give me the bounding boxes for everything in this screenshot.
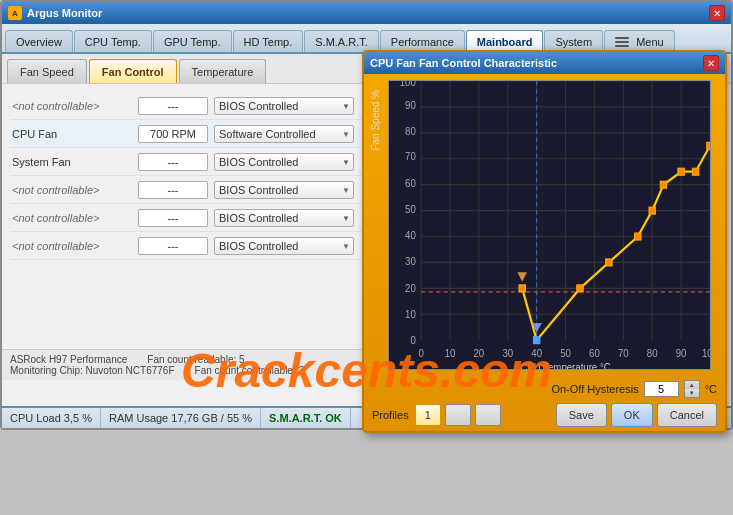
svg-rect-55: [692, 168, 698, 175]
status-cpu-load: CPU Load 3,5 %: [2, 408, 101, 428]
info-chip: Monitoring Chip: Nuvoton NCT6776F: [10, 365, 175, 376]
svg-text:100: 100: [400, 81, 416, 88]
svg-text:50: 50: [405, 204, 416, 215]
fan-row-5: <not controllable> --- BIOS Controlled: [10, 232, 363, 260]
fan-name-3: <not controllable>: [12, 184, 132, 196]
cancel-button[interactable]: Cancel: [657, 403, 717, 427]
tab-menu[interactable]: Menu: [604, 30, 675, 52]
chart-title-bar: CPU Fan Fan Control Characteristic ✕: [364, 52, 725, 74]
fan-control-select-2[interactable]: BIOS Controlled: [214, 153, 354, 171]
svg-text:0: 0: [410, 334, 416, 345]
ok-button[interactable]: OK: [611, 403, 653, 427]
fan-control-select-3[interactable]: BIOS Controlled: [214, 181, 354, 199]
tab-gpu-temp[interactable]: GPU Temp.: [153, 30, 232, 52]
profile-button-3[interactable]: [475, 404, 501, 426]
tab-overview[interactable]: Overview: [5, 30, 73, 52]
svg-text:20: 20: [405, 282, 416, 293]
close-button[interactable]: ✕: [709, 5, 725, 21]
fan-rpm-3: ---: [138, 181, 208, 199]
main-window: A Argus Monitor ✕ Overview CPU Temp. GPU…: [0, 0, 733, 430]
svg-text:40: 40: [531, 348, 542, 359]
fan-control-wrapper-3: BIOS Controlled: [214, 181, 354, 199]
profile-button-1[interactable]: 1: [415, 404, 441, 426]
app-icon: A: [8, 6, 22, 20]
fan-rpm-2: ---: [138, 153, 208, 171]
tab-system[interactable]: System: [544, 30, 603, 52]
svg-text:50: 50: [560, 348, 571, 359]
svg-text:60: 60: [405, 178, 416, 189]
fan-control-wrapper-5: BIOS Controlled: [214, 237, 354, 255]
svg-rect-52: [649, 207, 655, 214]
tab-performance[interactable]: Performance: [380, 30, 465, 52]
info-fan-controllable: Fan count controllable: 2: [195, 365, 305, 376]
svg-text:20: 20: [474, 348, 485, 359]
fan-rpm-0: ---: [138, 97, 208, 115]
svg-rect-50: [606, 259, 612, 266]
svg-text:CPU Temperature °C: CPU Temperature °C: [520, 362, 610, 369]
info-bar: ASRock H97 Performance Fan count readabl…: [2, 349, 372, 380]
fan-name-2: System Fan: [12, 156, 132, 168]
svg-rect-49: [577, 285, 583, 292]
fan-control-wrapper-1: Software Controlled: [214, 125, 354, 143]
svg-text:80: 80: [647, 348, 658, 359]
fan-control-select-0[interactable]: BIOS Controlled: [214, 97, 354, 115]
fan-control-select-4[interactable]: BIOS Controlled: [214, 209, 354, 227]
svg-text:60: 60: [589, 348, 600, 359]
svg-text:90: 90: [405, 99, 416, 110]
menu-icon: [615, 37, 629, 47]
svg-text:10: 10: [445, 348, 456, 359]
svg-rect-51: [635, 233, 641, 240]
sub-tab-fan-speed[interactable]: Fan Speed: [7, 59, 87, 83]
svg-text:0: 0: [418, 348, 424, 359]
svg-rect-54: [678, 168, 684, 175]
svg-rect-56: [707, 142, 710, 149]
hysteresis-input[interactable]: [644, 381, 679, 397]
tab-mainboard[interactable]: Mainboard: [466, 30, 544, 52]
profile-button-2[interactable]: [445, 404, 471, 426]
fan-row-3: <not controllable> --- BIOS Controlled: [10, 176, 363, 204]
fan-name-4: <not controllable>: [12, 212, 132, 224]
sub-tab-fan-control[interactable]: Fan Control: [89, 59, 177, 83]
info-board: ASRock H97 Performance: [10, 354, 127, 365]
svg-rect-47: [519, 285, 525, 292]
fan-control-wrapper-4: BIOS Controlled: [214, 209, 354, 227]
sub-tab-temperature[interactable]: Temperature: [179, 59, 267, 83]
profiles-label: Profiles: [372, 409, 409, 421]
save-button[interactable]: Save: [556, 403, 607, 427]
fan-name-5: <not controllable>: [12, 240, 132, 252]
fan-rpm-1: 700 RPM: [138, 125, 208, 143]
chart-area: 0 10 20 30 40 50 60 70 80 90 100 0 10 20…: [388, 80, 711, 370]
app-title: Argus Monitor: [27, 7, 102, 19]
fan-name-1: CPU Fan: [12, 128, 132, 140]
svg-rect-48: [533, 337, 539, 344]
hysteresis-spinner: ▲ ▼: [684, 380, 700, 398]
svg-text:70: 70: [405, 151, 416, 162]
fan-row-0: <not controllable> --- BIOS Controlled: [10, 92, 363, 120]
chart-y-axis-label: Fan Speed %: [370, 90, 381, 151]
chart-bottom: On-Off Hysteresis ▲ ▼ °C Profiles 1 Save…: [364, 376, 725, 431]
chart-svg: 0 10 20 30 40 50 60 70 80 90 100 0 10 20…: [389, 81, 710, 369]
fan-rpm-5: ---: [138, 237, 208, 255]
fan-control-select-5[interactable]: BIOS Controlled: [214, 237, 354, 255]
svg-rect-53: [660, 181, 666, 188]
hysteresis-down-button[interactable]: ▼: [685, 389, 699, 397]
info-fan-readable: Fan count readable: 5: [147, 354, 244, 365]
status-smart: S.M.A.R.T. OK: [261, 408, 351, 428]
chart-close-button[interactable]: ✕: [703, 55, 719, 71]
tab-cpu-temp[interactable]: CPU Temp.: [74, 30, 152, 52]
tab-smart[interactable]: S.M.A.R.T.: [304, 30, 379, 52]
fan-control-wrapper-0: BIOS Controlled: [214, 97, 354, 115]
svg-text:10: 10: [405, 309, 416, 320]
fan-name-0: <not controllable>: [12, 100, 132, 112]
svg-text:100: 100: [702, 348, 710, 359]
fan-row-2: System Fan --- BIOS Controlled: [10, 148, 363, 176]
hysteresis-up-button[interactable]: ▲: [685, 381, 699, 389]
hysteresis-row: On-Off Hysteresis ▲ ▼ °C: [372, 380, 717, 398]
status-ram-usage: RAM Usage 17,76 GB / 55 %: [101, 408, 261, 428]
svg-text:80: 80: [405, 126, 416, 137]
svg-text:30: 30: [502, 348, 513, 359]
svg-text:70: 70: [618, 348, 629, 359]
hysteresis-label: On-Off Hysteresis: [551, 383, 638, 395]
tab-hd-temp[interactable]: HD Temp.: [233, 30, 304, 52]
fan-control-select-1[interactable]: Software Controlled: [214, 125, 354, 143]
